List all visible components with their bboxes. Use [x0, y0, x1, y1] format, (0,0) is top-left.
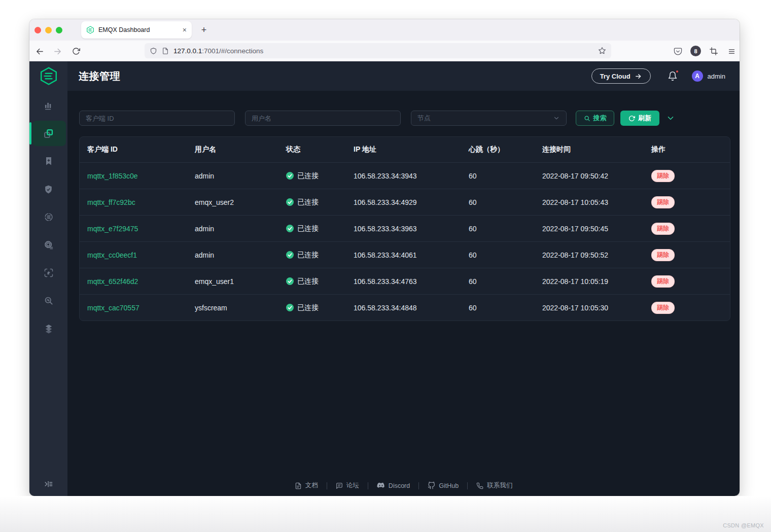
ip-cell: 106.58.233.34:4929 [354, 198, 469, 206]
url-bar[interactable]: 127.0.0.1:7001/#/connections [145, 43, 611, 58]
username-cell: admin [195, 172, 286, 180]
connected-check-icon [286, 225, 294, 232]
footer-link-label: 联系我们 [487, 481, 512, 490]
footer-link-discord[interactable]: Discord [377, 482, 410, 489]
ip-cell: 106.58.233.34:4763 [354, 277, 469, 286]
username-cell: emqx_user1 [195, 277, 286, 286]
footer-link-label: 论坛 [346, 481, 359, 490]
sidebar-item-extensions[interactable] [29, 260, 67, 286]
sidebar-item-diagnose[interactable] [29, 288, 67, 313]
page-header: 连接管理 Try Cloud A admin [67, 61, 740, 91]
star-icon[interactable] [598, 47, 606, 55]
col-connected-at: 连接时间 [542, 145, 651, 154]
browser-window: EMQX Dashboard × + 127.0.0.1:7001/#/conn… [29, 19, 740, 496]
layers-icon [44, 324, 54, 334]
refresh-label: 刷新 [638, 114, 651, 123]
kick-button[interactable]: 踢除 [651, 275, 675, 288]
tab-close-icon[interactable]: × [183, 26, 187, 33]
footer-divider [327, 482, 327, 489]
diagnose-icon [44, 296, 54, 306]
maximize-window-button[interactable] [56, 27, 62, 33]
monitoring-icon [43, 100, 54, 111]
keepalive-cell: 60 [469, 172, 542, 180]
github-icon [428, 482, 435, 489]
footer-link-forum[interactable]: 论坛 [336, 481, 359, 490]
bookmark-plus-icon [44, 156, 54, 166]
client-id-link[interactable]: mqttx_cac70557 [87, 304, 139, 312]
status-label: 已连接 [297, 171, 319, 181]
collapse-sidebar-icon[interactable] [29, 472, 67, 496]
try-cloud-button[interactable]: Try Cloud [591, 68, 651, 84]
connections-table: 客户端 ID 用户名 状态 IP 地址 心跳（秒） 连接时间 操作 mqttx_… [79, 136, 730, 321]
sidebar-item-connections[interactable] [29, 121, 67, 146]
sidebar-item-system-settings[interactable] [29, 232, 67, 258]
col-ip: IP 地址 [354, 145, 469, 154]
sidebar-item-access-control[interactable] [29, 176, 67, 202]
status-cell: 已连接 [286, 198, 354, 207]
kick-button[interactable]: 踢除 [651, 170, 675, 182]
retained-messages-icon [44, 212, 54, 222]
username-cell: emqx_user2 [195, 198, 286, 206]
shield-icon[interactable] [150, 47, 157, 55]
watermark: CSDN @EMQX [723, 522, 764, 528]
discord-icon [377, 482, 385, 489]
reload-icon[interactable] [69, 45, 83, 58]
back-icon[interactable] [33, 45, 46, 58]
footer-divider [368, 482, 368, 489]
expand-filters-chevron-icon[interactable] [666, 114, 675, 123]
footer-link-contact[interactable]: 联系我们 [476, 481, 512, 490]
content: 连接管理 Try Cloud A admin [67, 61, 740, 496]
kick-button[interactable]: 踢除 [651, 196, 675, 208]
sidebar-item-subscriptions[interactable] [29, 149, 67, 174]
client-id-link[interactable]: mqttx_ff7c92bc [87, 198, 135, 206]
search-label: 搜索 [593, 114, 607, 123]
kick-button[interactable]: 踢除 [651, 302, 675, 314]
client-id-link[interactable]: mqttx_652f46d2 [87, 277, 138, 286]
chevron-down-icon [553, 115, 560, 122]
col-client-id: 客户端 ID [87, 145, 195, 154]
keepalive-cell: 60 [469, 251, 542, 259]
footer-link-docs[interactable]: 文档 [295, 481, 318, 490]
menu-icon[interactable] [725, 45, 738, 58]
table-row: mqttx_cac70557 ysfscream 已连接 106.58.233.… [80, 294, 730, 321]
footer-link-github[interactable]: GitHub [428, 482, 459, 489]
refresh-icon [628, 115, 635, 122]
ip-cell: 106.58.233.34:4848 [354, 304, 469, 312]
emqx-logo-icon[interactable] [29, 61, 67, 91]
node-select[interactable]: 节点 [411, 111, 567, 126]
client-id-input[interactable] [79, 111, 235, 126]
connected-at-cell: 2022-08-17 10:05:19 [542, 277, 651, 286]
forward-icon[interactable] [51, 45, 64, 58]
user-name[interactable]: admin [708, 73, 725, 80]
new-tab-button[interactable]: + [198, 24, 210, 36]
username-input[interactable] [245, 111, 401, 126]
client-id-link[interactable]: mqttx_cc0eecf1 [87, 251, 137, 259]
kick-button[interactable]: 踢除 [651, 249, 675, 261]
sidebar-item-monitoring[interactable] [29, 93, 67, 118]
client-id-link[interactable]: mqttx_e7f29475 [87, 225, 138, 233]
refresh-button[interactable]: 刷新 [620, 111, 659, 126]
sidebar-item-retained-messages[interactable] [29, 204, 67, 230]
extension-badge[interactable]: 8 [690, 46, 701, 56]
notifications-bell-icon[interactable] [668, 71, 678, 81]
avatar[interactable]: A [692, 70, 703, 82]
browser-tab[interactable]: EMQX Dashboard × [81, 21, 192, 39]
sidebar-nav [29, 93, 67, 341]
sidebar-item-data[interactable] [29, 316, 67, 341]
main-panel: 节点 搜索 刷新 [67, 91, 740, 496]
close-window-button[interactable] [34, 27, 41, 33]
traffic-lights [34, 27, 62, 33]
minimize-window-button[interactable] [45, 27, 52, 33]
page-title: 连接管理 [79, 69, 120, 83]
kick-button[interactable]: 踢除 [651, 223, 675, 235]
screenshot-icon[interactable] [707, 45, 720, 58]
col-status: 状态 [286, 145, 354, 154]
pocket-icon[interactable] [671, 45, 684, 58]
search-button[interactable]: 搜索 [576, 111, 614, 126]
connected-at-cell: 2022-08-17 10:05:30 [542, 304, 651, 312]
page-icon[interactable] [162, 47, 169, 55]
table-row: mqttx_e7f29475 admin 已连接 106.58.233.34:3… [80, 215, 730, 241]
client-id-link[interactable]: mqttx_1f853c0e [87, 172, 138, 180]
connected-check-icon [286, 172, 294, 180]
keepalive-cell: 60 [469, 304, 542, 312]
